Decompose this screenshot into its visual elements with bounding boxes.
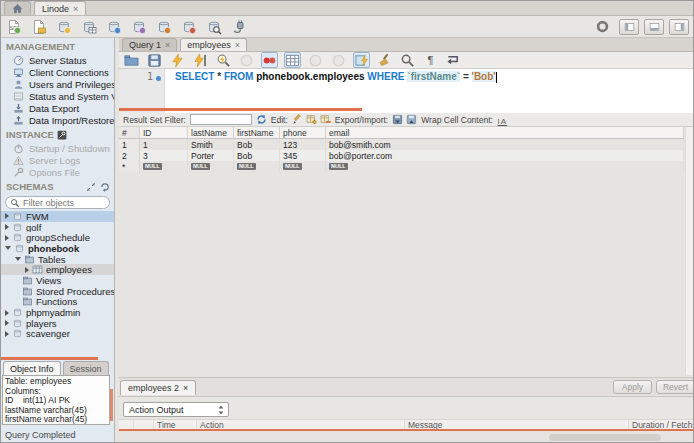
column-header-firstname[interactable]: firstName (234, 127, 280, 138)
scrollbar-thumb[interactable] (549, 434, 661, 441)
delete-record-icon[interactable] (320, 114, 331, 125)
tree-item-functions[interactable]: Functions (1, 297, 114, 308)
tree-item-golf[interactable]: golf (1, 222, 114, 233)
schema-filter-box[interactable] (5, 196, 110, 209)
chevron-right-icon[interactable] (5, 224, 9, 230)
chevron-right-icon[interactable] (5, 310, 9, 316)
table-row[interactable]: 23PorterBob345bob@porter.com (119, 150, 684, 161)
sidebar-item-server-status[interactable]: Server Status (1, 54, 114, 66)
grid-cell-null[interactable]: NULL (326, 161, 684, 172)
create-function-icon[interactable] (156, 19, 172, 35)
execute-button[interactable] (169, 52, 186, 68)
export-recordset-icon[interactable] (392, 114, 403, 125)
sidebar-item-data-export[interactable]: Data Export (1, 102, 114, 114)
grid-cell[interactable]: Porter (188, 150, 234, 161)
grid-cell[interactable]: 345 (280, 150, 326, 161)
tree-item-stored-procedures[interactable]: Stored Procedures (1, 286, 114, 297)
toggle-right-panel-button[interactable] (669, 19, 689, 35)
column-header-id[interactable]: ID (140, 127, 188, 138)
schema-filter-input[interactable] (23, 198, 103, 208)
expand-schemas-icon[interactable] (86, 182, 96, 192)
sidebar-item-startup-shutdown[interactable]: Startup / Shutdown (1, 142, 114, 154)
result-grid[interactable]: #IDlastNamefirstNamephoneemail11SmithBob… (119, 127, 684, 172)
new-sql-tab-icon[interactable]: SQL (6, 19, 22, 35)
tree-item-players[interactable]: players (1, 318, 114, 329)
sql-statement[interactable]: SELECT * FROM phonebook.employees WHERE … (175, 71, 497, 83)
tree-item-phpmyadmin[interactable]: phpmyadmin (1, 307, 114, 318)
column-header-lastname[interactable]: lastName (188, 127, 234, 138)
refresh-icon[interactable] (256, 114, 267, 125)
tree-item-views[interactable]: Views (1, 275, 114, 286)
grid-cell[interactable]: bob@porter.com (326, 150, 684, 161)
column-header-email[interactable]: email (326, 127, 684, 138)
wrap-text-button[interactable] (445, 52, 462, 68)
grid-cell-null[interactable]: NULL (188, 161, 234, 172)
tab-object-info[interactable]: Object Info (3, 361, 61, 375)
sidebar-item-client-connections[interactable]: Client Connections (1, 66, 114, 78)
toggle-stop-on-error-button[interactable] (261, 52, 278, 68)
spinner-icon[interactable] (218, 405, 224, 415)
import-records-icon[interactable] (406, 114, 417, 125)
tab-session[interactable]: Session (63, 361, 109, 375)
grid-cell[interactable]: bob@smith.com (326, 139, 684, 150)
chevron-down-icon[interactable] (5, 246, 11, 250)
edit-record-icon[interactable] (292, 114, 303, 125)
column-header-row-number[interactable]: # (119, 127, 140, 138)
open-sql-script-icon[interactable] (31, 19, 47, 35)
limit-rows-button[interactable] (284, 52, 301, 68)
toggle-left-panel-button[interactable] (619, 19, 639, 35)
chevron-right-icon[interactable] (5, 213, 9, 219)
search-table-data-icon[interactable] (206, 19, 222, 35)
invisible-characters-button[interactable]: ¶ (422, 52, 439, 68)
close-icon[interactable]: × (165, 40, 170, 50)
grid-cell[interactable]: 1 (140, 139, 188, 150)
home-tab[interactable] (4, 1, 31, 15)
chevron-right-icon[interactable] (5, 320, 9, 326)
tree-item-phonebook[interactable]: phonebook (1, 243, 114, 254)
open-script-button[interactable] (123, 52, 140, 68)
new-row-placeholder[interactable]: *NULLNULLNULLNULLNULL (119, 161, 684, 172)
result-filter-input[interactable] (190, 114, 252, 125)
tree-item-fwm[interactable]: FWM (1, 211, 114, 222)
horizontal-scrollbar[interactable] (119, 431, 694, 443)
grid-cell-null[interactable]: NULL (234, 161, 280, 172)
grid-cell[interactable]: Smith (188, 139, 234, 150)
table-row[interactable]: 11SmithBob123bob@smith.com (119, 139, 684, 150)
add-record-icon[interactable] (306, 114, 317, 125)
connection-tab-linode[interactable]: Linode × (34, 1, 86, 15)
result-grid-scrollbar[interactable] (685, 127, 694, 375)
chevron-right-icon[interactable] (25, 267, 29, 273)
sidebar-item-data-import-restore[interactable]: Data Import/Restore (1, 114, 114, 126)
sidebar-item-server-logs[interactable]: Server Logs (1, 154, 114, 166)
chevron-right-icon[interactable] (5, 235, 9, 241)
execute-current-button[interactable] (192, 52, 209, 68)
tree-item-groupschedule[interactable]: groupSchedule (1, 232, 114, 243)
grid-cell-null[interactable]: NULL (280, 161, 326, 172)
tree-item-scavenger[interactable]: scavenger (1, 329, 114, 340)
save-script-button[interactable] (146, 52, 163, 68)
toggle-autocommit-button[interactable] (353, 52, 370, 68)
close-icon[interactable]: × (235, 40, 240, 50)
refresh-schemas-icon[interactable] (100, 182, 110, 192)
close-icon[interactable]: × (73, 4, 78, 14)
drop-object-icon[interactable] (181, 19, 197, 35)
explain-button[interactable] (215, 52, 232, 68)
grid-cell[interactable]: 3 (140, 150, 188, 161)
reconnect-dbms-icon[interactable] (231, 19, 247, 35)
sidebar-item-users-and-privileges[interactable]: Users and Privileges (1, 78, 114, 90)
output-selector[interactable]: Action Output (123, 402, 229, 417)
grid-cell[interactable]: Bob (234, 150, 280, 161)
query-tab-employees[interactable]: employees× (180, 38, 247, 51)
sql-editor[interactable]: 1 SELECT * FROM phonebook.employees WHER… (119, 69, 694, 113)
create-procedure-icon[interactable] (131, 19, 147, 35)
revert-button[interactable]: Revert (656, 380, 694, 394)
tree-item-tables[interactable]: Tables (1, 254, 114, 265)
sidebar-item-status-and-system-variables[interactable]: Status and System Variables (1, 90, 114, 102)
grid-cell[interactable]: 123 (280, 139, 326, 150)
sidebar-item-options-file[interactable]: Options File (1, 166, 114, 178)
grid-cell[interactable]: Bob (234, 139, 280, 150)
apply-button[interactable]: Apply (613, 380, 652, 394)
toggle-bottom-panel-button[interactable] (644, 19, 664, 35)
query-tab-query-1[interactable]: Query 1× (122, 38, 177, 51)
create-schema-icon[interactable] (56, 19, 72, 35)
